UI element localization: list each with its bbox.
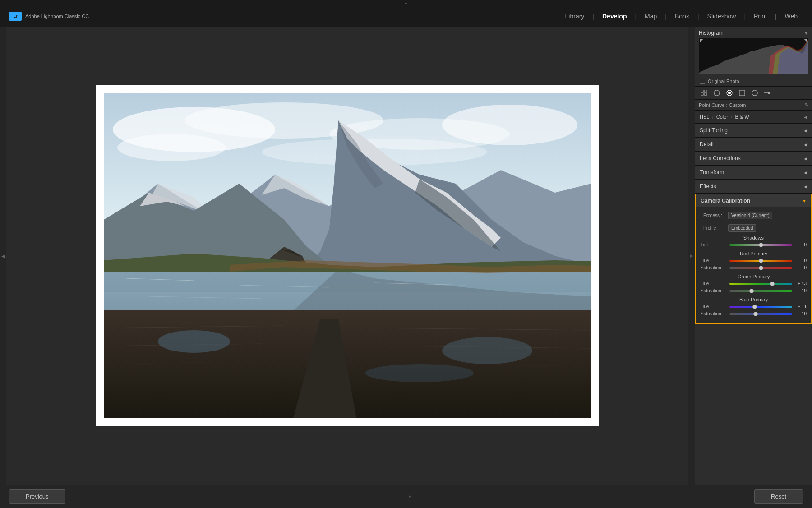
right-panel: Histogram ▼ [695, 27, 812, 485]
nav-print[interactable]: Print [748, 11, 772, 22]
detail-panel: Detail ◀ [695, 138, 812, 152]
lens-corrections-header[interactable]: Lens Corrections ◀ [695, 152, 812, 165]
hsl-label[interactable]: HSL [700, 114, 709, 120]
blue-sat-track[interactable] [729, 313, 792, 315]
transform-panel: Transform ◀ [695, 166, 812, 180]
split-toning-header[interactable]: Split Toning ◀ [695, 124, 812, 137]
blue-primary-section: Blue Primary Hue − 11 Saturation − 10 [701, 297, 807, 316]
hsl-collapse-icon[interactable]: ◀ [804, 115, 807, 120]
bw-label[interactable]: B & W [735, 114, 749, 120]
reset-button[interactable]: Reset [754, 489, 803, 504]
blue-hue-track[interactable] [729, 306, 792, 308]
red-sat-thumb[interactable] [759, 266, 763, 270]
camera-calibration-header[interactable]: Camera Calibration ▼ [696, 194, 811, 207]
green-hue-thumb[interactable] [770, 282, 775, 286]
camera-calibration-content: Process : Version 4 (Current) Profile : … [696, 207, 811, 323]
green-primary-section: Green Primary Hue + 43 Saturation − 1 [701, 274, 807, 293]
red-hue-thumb[interactable] [759, 259, 763, 263]
lr-icon: Lr [9, 12, 22, 21]
original-photo-label: Original Photo [708, 79, 739, 84]
previous-button[interactable]: Previous [9, 489, 65, 504]
svg-rect-44 [704, 90, 707, 92]
histogram-expand-icon[interactable]: ▼ [804, 31, 808, 36]
split-toning-arrow-icon: ◀ [804, 128, 807, 133]
shadows-tint-thumb[interactable] [759, 243, 763, 247]
red-sat-label: Saturation [701, 265, 728, 270]
nav-develop[interactable]: Develop [597, 11, 632, 22]
photo-container [96, 85, 599, 426]
spot-heal-tool-icon[interactable] [724, 88, 735, 97]
green-primary-label: Green Primary [701, 274, 807, 279]
green-hue-row: Hue + 43 [701, 281, 807, 286]
detail-header[interactable]: Detail ◀ [695, 138, 812, 151]
blue-hue-thumb[interactable] [752, 305, 757, 309]
shadows-tint-label: Tint [701, 242, 728, 247]
red-hue-track[interactable] [729, 260, 792, 262]
green-hue-track[interactable] [729, 283, 792, 285]
color-label[interactable]: Color [716, 114, 728, 120]
main-area: ◀ [0, 27, 812, 485]
profile-label: Profile : [703, 226, 728, 231]
svg-point-4 [442, 105, 577, 145]
bottom-center-arrow-icon: ▼ [408, 494, 412, 499]
nav-map[interactable]: Map [639, 11, 662, 22]
profile-row: Profile : Embedded [701, 222, 807, 234]
blue-hue-row: Hue − 11 [701, 304, 807, 309]
graduated-filter-icon[interactable] [749, 88, 760, 97]
app-name: Adobe Lightroom Classic CC [25, 14, 89, 19]
svg-point-5 [117, 134, 226, 161]
original-photo-checkbox[interactable] [700, 79, 705, 84]
adjustment-brush-icon[interactable] [762, 88, 773, 97]
blue-hue-label: Hue [701, 304, 728, 309]
nav-book[interactable]: Book [669, 11, 695, 22]
tone-curve-edit-icon[interactable]: ✎ [804, 102, 808, 108]
red-eye-tool-icon[interactable] [737, 88, 747, 97]
lens-corrections-arrow-icon: ◀ [804, 156, 807, 161]
grid-tool-icon[interactable] [699, 88, 710, 97]
red-primary-section: Red Primary Hue 0 Saturation 0 [701, 251, 807, 270]
top-arrow-icon: ▲ [404, 0, 408, 5]
camera-calibration-panel: Camera Calibration ▼ Process : Version 4… [695, 194, 812, 324]
histogram-section: Histogram ▼ [695, 27, 812, 76]
svg-rect-46 [704, 93, 707, 95]
green-sat-track[interactable] [729, 290, 792, 292]
green-hue-value: + 43 [794, 281, 807, 286]
top-navigation: Lr Adobe Lightroom Classic CC Library | … [0, 5, 812, 27]
lens-corrections-panel: Lens Corrections ◀ [695, 152, 812, 166]
svg-point-49 [728, 92, 731, 94]
effects-panel: Effects ◀ [695, 180, 812, 194]
blue-sat-label: Saturation [701, 311, 728, 316]
original-photo-row: Original Photo [695, 76, 812, 87]
tools-row [695, 87, 812, 100]
shadows-tint-value: 0 [794, 242, 807, 247]
nav-slideshow[interactable]: Slideshow [702, 11, 742, 22]
transform-header[interactable]: Transform ◀ [695, 166, 812, 179]
red-primary-label: Red Primary [701, 251, 807, 256]
svg-point-38 [365, 364, 474, 382]
detail-title: Detail [700, 141, 714, 148]
effects-header[interactable]: Effects ◀ [695, 180, 812, 193]
red-sat-track[interactable] [729, 267, 792, 269]
panel-scroll-spacer [695, 324, 812, 485]
process-value[interactable]: Version 4 (Current) [728, 212, 772, 219]
nav-library[interactable]: Library [560, 11, 590, 22]
detail-arrow-icon: ◀ [804, 142, 807, 147]
shadows-tint-track[interactable] [729, 244, 792, 246]
process-label: Process : [703, 213, 728, 218]
svg-rect-50 [739, 90, 745, 96]
photo-view-area [6, 27, 688, 485]
svg-rect-45 [701, 93, 703, 95]
red-sat-row: Saturation 0 [701, 265, 807, 270]
right-center-arrow[interactable]: ▶ [688, 27, 695, 485]
green-sat-thumb[interactable] [749, 289, 754, 293]
nav-web[interactable]: Web [779, 11, 803, 22]
profile-value[interactable]: Embedded [728, 224, 756, 232]
effects-title: Effects [700, 183, 716, 189]
crop-tool-icon[interactable] [711, 88, 722, 97]
blue-primary-label: Blue Primary [701, 297, 807, 302]
effects-arrow-icon: ◀ [804, 184, 807, 189]
bottom-bar: Previous ▼ Reset [0, 485, 812, 508]
left-panel-toggle[interactable]: ◀ [0, 27, 6, 485]
blue-sat-thumb[interactable] [753, 312, 758, 316]
green-sat-row: Saturation − 19 [701, 288, 807, 293]
